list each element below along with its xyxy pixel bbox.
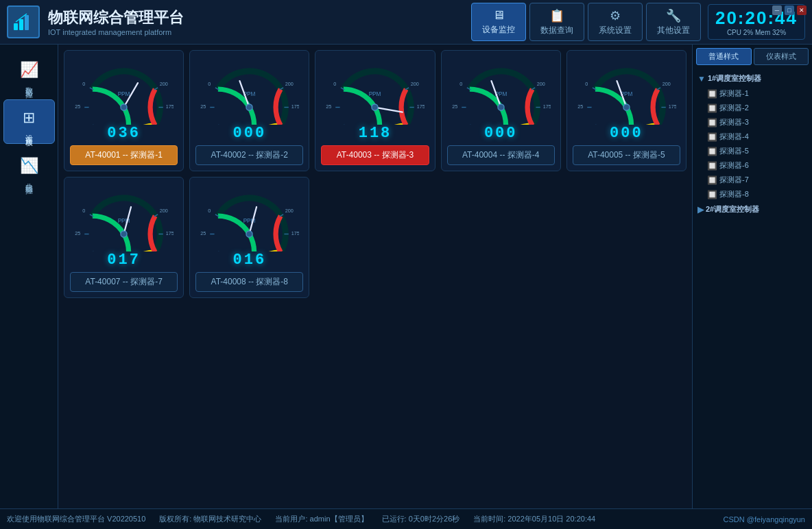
app-title: 物联网综合管理平台 <box>48 8 471 28</box>
device-panel-icon: ⊞ <box>23 109 35 127</box>
svg-point-149 <box>246 231 252 237</box>
gauge-value-AT-40001: 036 <box>107 125 141 142</box>
device-monitor-icon: 🖥 <box>492 8 505 23</box>
svg-text:25: 25 <box>75 103 80 110</box>
sidebar-label-data-monitor: 数据监控 <box>24 81 34 86</box>
expand-icon: ▼ <box>697 74 706 84</box>
gauge-card-AT-40002[interactable]: 0255075100125150175200 PPM 000 AT-40002 … <box>189 50 309 171</box>
nav-system-settings[interactable]: ⚙ 系统设置 <box>588 3 643 41</box>
gauge-card-AT-40001[interactable]: 0255075100125150175200 PPM 036 AT-40001 … <box>64 50 184 171</box>
svg-point-86 <box>498 104 504 110</box>
tree-sensor-1[interactable]: 🔲探测器-1 <box>706 86 809 101</box>
svg-text:175: 175 <box>291 103 299 110</box>
svg-point-65 <box>372 104 378 110</box>
sensor-icon: 🔲 <box>707 161 717 171</box>
svg-text:175: 175 <box>166 103 174 110</box>
minimize-button[interactable]: ─ <box>772 5 782 15</box>
svg-text:0: 0 <box>82 208 85 214</box>
expand-icon-2: ▶ <box>697 205 704 214</box>
controller-2-label: 2#调度室控制器 <box>706 204 759 214</box>
tree-sensor-7[interactable]: 🔲探测器-7 <box>706 173 809 187</box>
svg-text:175: 175 <box>669 103 676 110</box>
sidebar-item-curve-monitor[interactable]: 📉 曲线监控 <box>3 147 55 192</box>
main-layout: 📈 数据监控 ⊞ 设备面板 📉 曲线监控 0255075100125150175… <box>0 45 812 508</box>
sensor-icon: 🔲 <box>707 175 717 185</box>
gauge-value-AT-40003: 118 <box>359 125 392 142</box>
gauge-label-AT-40001: AT-40001 -- 探测器-1 <box>70 145 178 165</box>
titlebar: 物联网综合管理平台 IOT integrated management plat… <box>0 0 812 45</box>
status-runtime: 已运行: 0天0时2分26秒 <box>382 514 460 524</box>
svg-text:200: 200 <box>160 81 168 87</box>
gauge-value-AT-40004: 000 <box>484 125 518 142</box>
svg-text:200: 200 <box>285 208 294 214</box>
svg-text:200: 200 <box>536 81 545 87</box>
content-area: 0255075100125150175200 PPM 036 AT-40001 … <box>58 45 692 508</box>
sensor-icon: 🔲 <box>707 103 717 113</box>
gauge-grid: 0255075100125150175200 PPM 036 AT-40001 … <box>64 50 686 298</box>
svg-rect-0 <box>14 23 18 30</box>
svg-text:25: 25 <box>200 230 206 236</box>
app-subtitle: IOT integrated management platform <box>48 28 471 36</box>
sensor-icon: 🔲 <box>707 190 717 199</box>
nav-data-query[interactable]: 📋 数据查询 <box>529 3 584 41</box>
svg-text:175: 175 <box>417 103 425 110</box>
tree-sensor-2[interactable]: 🔲探测器-2 <box>706 101 809 115</box>
nav-device-monitor[interactable]: 🖥 设备监控 <box>471 3 526 41</box>
svg-text:0: 0 <box>208 208 211 214</box>
sidebar: 📈 数据监控 ⊞ 设备面板 📉 曲线监控 <box>0 45 58 508</box>
right-panel-tabs: 普通样式 仪表样式 <box>696 48 809 65</box>
gauge-label-AT-40005: AT-40005 -- 探测器-5 <box>573 145 680 165</box>
tree-sensor-8[interactable]: 🔲探测器-8 <box>706 187 809 201</box>
gauge-label-AT-40002: AT-40002 -- 探测器-2 <box>195 145 303 165</box>
tree-sensor-6[interactable]: 🔲探测器-6 <box>706 158 809 173</box>
sidebar-label-curve-monitor: 曲线监控 <box>24 177 34 182</box>
svg-text:200: 200 <box>662 81 671 87</box>
svg-rect-1 <box>19 19 23 30</box>
svg-point-107 <box>623 104 630 110</box>
gauge-card-AT-40007[interactable]: 0255075100125150175200 PPM 017 AT-40007 … <box>64 177 184 298</box>
tree-sensor-4[interactable]: 🔲探测器-4 <box>706 130 809 144</box>
gauge-card-AT-40008[interactable]: 0255075100125150175200 PPM 016 AT-40008 … <box>189 177 309 298</box>
status-current-time: 当前时间: 2022年05月10日 20:20:44 <box>473 514 595 524</box>
gauge-value-AT-40007: 017 <box>107 251 141 269</box>
tree-sensor-5[interactable]: 🔲探测器-5 <box>706 144 809 158</box>
svg-text:175: 175 <box>166 230 174 236</box>
svg-text:200: 200 <box>285 81 294 87</box>
svg-text:175: 175 <box>291 230 299 236</box>
maximize-button[interactable]: □ <box>785 5 794 15</box>
system-settings-icon: ⚙ <box>610 8 621 23</box>
svg-text:25: 25 <box>577 103 583 110</box>
sensor-list-1: 🔲探测器-1🔲探测器-2🔲探测器-3🔲探测器-4🔲探测器-5🔲探测器-6🔲探测器… <box>696 86 809 201</box>
nav-buttons: 🖥 设备监控 📋 数据查询 ⚙ 系统设置 🔧 其他设置 <box>471 3 701 41</box>
close-button[interactable]: ✕ <box>797 5 807 15</box>
tree-sensor-3[interactable]: 🔲探测器-3 <box>706 115 809 130</box>
svg-text:200: 200 <box>411 81 419 87</box>
right-panel: 普通样式 仪表样式 ▼ 1#调度室控制器 🔲探测器-1🔲探测器-2🔲探测器-3🔲… <box>692 45 812 508</box>
device-tree: ▼ 1#调度室控制器 🔲探测器-1🔲探测器-2🔲探测器-3🔲探测器-4🔲探测器-… <box>696 71 809 217</box>
sensor-icon: 🔲 <box>707 89 717 99</box>
status-watermark: CSDN @feiyangqingyun <box>724 515 805 524</box>
data-monitor-icon: 📈 <box>20 61 38 79</box>
gauge-label-AT-40004: AT-40004 -- 探测器-4 <box>447 145 555 165</box>
svg-rect-2 <box>25 15 29 30</box>
gauge-card-AT-40003[interactable]: 0255075100125150175200 PPM 118 AT-40003 … <box>315 50 435 171</box>
svg-text:0: 0 <box>82 81 85 87</box>
svg-text:200: 200 <box>160 208 168 214</box>
svg-text:0: 0 <box>585 81 588 87</box>
tab-instrument-style[interactable]: 仪表样式 <box>754 48 809 65</box>
svg-text:175: 175 <box>542 103 550 110</box>
tree-controller-2[interactable]: ▶ 2#调度室控制器 <box>696 201 809 217</box>
gauge-card-AT-40004[interactable]: 0255075100125150175200 PPM 000 AT-40004 … <box>441 50 561 171</box>
gauge-card-AT-40005[interactable]: 0255075100125150175200 PPM 000 AT-40005 … <box>566 50 686 171</box>
nav-other-settings[interactable]: 🔧 其他设置 <box>646 3 701 41</box>
sidebar-item-data-monitor[interactable]: 📈 数据监控 <box>3 51 55 96</box>
tab-normal-style[interactable]: 普通样式 <box>696 48 752 65</box>
svg-text:0: 0 <box>208 81 211 87</box>
sidebar-item-device-panel[interactable]: ⊞ 设备面板 <box>3 99 55 144</box>
tree-controller-1[interactable]: ▼ 1#调度室控制器 <box>696 71 809 86</box>
svg-text:0: 0 <box>334 81 337 87</box>
status-copyright: 版权所有: 物联网技术研究中心 <box>159 514 261 524</box>
window-controls: ─ □ ✕ <box>772 5 807 15</box>
app-logo <box>7 5 40 38</box>
app-title-block: 物联网综合管理平台 IOT integrated management plat… <box>48 8 471 36</box>
